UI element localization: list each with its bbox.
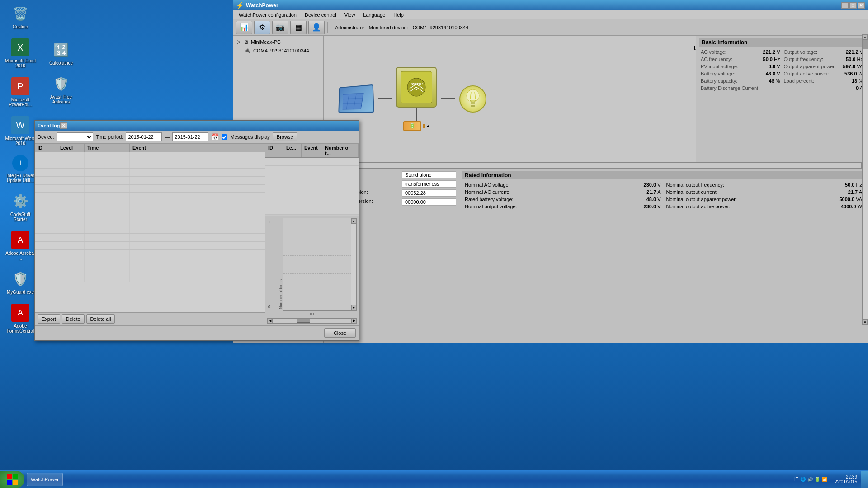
calc-label: Calcolatrice bbox=[45, 61, 77, 66]
table-row bbox=[35, 225, 265, 234]
scroll-down-btn[interactable]: ▼ bbox=[863, 319, 868, 325]
taskbar-clock: 22:39 22/01/2015 bbox=[831, 474, 861, 484]
desktop-icon-adobeforms[interactable]: A Adobe FormsCentral bbox=[5, 304, 36, 333]
toolbar-chart-btn[interactable]: 📊 bbox=[236, 21, 252, 34]
desktop-icon-intel[interactable]: i Intel(R) Driver Update Utili... bbox=[5, 155, 36, 183]
main-scrollbar-v[interactable]: ▲ ▼ bbox=[862, 36, 868, 325]
inverter-group: Inverter ● 🔋 + bbox=[396, 67, 437, 131]
date-to-input[interactable] bbox=[172, 132, 208, 141]
event-log-title: Event log bbox=[38, 123, 60, 128]
chart-y-label: Number of times bbox=[278, 218, 283, 311]
show-desktop-btn[interactable] bbox=[861, 471, 868, 488]
delete-button[interactable]: Delete bbox=[62, 314, 85, 324]
rated-nominal-out-v: Nominal output voltage:230.0 V bbox=[462, 203, 664, 210]
menu-device-control[interactable]: Device control bbox=[301, 11, 340, 19]
desktop-icon-codestuff[interactable]: ⚙️ CodeStuff Starter bbox=[5, 192, 36, 222]
sidebar-item-pc[interactable]: ▷ 🖥 MiniMeax-PC bbox=[235, 38, 321, 46]
taskbar-item-watchpower[interactable]: WatchPower bbox=[27, 473, 63, 486]
watchpower-titlebar[interactable]: ⚡ WatchPower _ □ ✕ bbox=[233, 0, 868, 10]
toolbar-photo-btn[interactable]: 📷 bbox=[272, 21, 288, 34]
minimize-button[interactable]: _ bbox=[841, 2, 849, 9]
rated-nominal-out-active: Nominal output active power:4000.0 W bbox=[664, 203, 865, 210]
th-time: Time bbox=[85, 144, 130, 152]
scroll-up-btn[interactable]: ▲ bbox=[863, 36, 868, 40]
close-dialog-button[interactable]: Close bbox=[324, 328, 356, 338]
table-row bbox=[265, 198, 359, 206]
export-button[interactable]: Export bbox=[38, 314, 60, 324]
myguard-icon: 🛡️ bbox=[11, 270, 29, 288]
chart-scroll-up[interactable]: ▲ bbox=[351, 218, 356, 224]
chart-h-thumb[interactable] bbox=[297, 319, 310, 323]
menu-view[interactable]: View bbox=[341, 11, 359, 19]
rated-info-grid: Nominal AC voltage:230.0 V Nominal outpu… bbox=[462, 181, 865, 210]
myguard-label: MyGuard.exe bbox=[5, 290, 36, 295]
info-bat-capacity: Battery capacity:46 % bbox=[699, 77, 782, 84]
ppt-label: Microsoft PowerPoi... bbox=[5, 97, 36, 107]
desktop-icon-avast[interactable]: 🛡️ Avast Free Antivirus bbox=[45, 75, 77, 104]
menu-language[interactable]: Language bbox=[359, 11, 389, 19]
chart-area: 1 0 Number of times bbox=[265, 216, 359, 325]
desktop-icon-ppt[interactable]: P Microsoft PowerPoi... bbox=[5, 77, 36, 107]
desktop-icon-cestino[interactable]: 🗑️ Cestino bbox=[5, 5, 36, 29]
intel-icon: i bbox=[12, 155, 28, 171]
desktop-icon-word[interactable]: W Microsoft Word 2010 bbox=[5, 116, 36, 146]
chart-x-label: ID bbox=[267, 311, 357, 317]
battery-group: 🔋 + bbox=[403, 121, 429, 131]
chart-scroll-left[interactable]: ◀ bbox=[267, 318, 273, 324]
event-log-close-icon[interactable]: ✕ bbox=[60, 122, 67, 129]
svg-rect-11 bbox=[471, 105, 475, 107]
menu-help[interactable]: Help bbox=[390, 11, 407, 19]
calendar-icon[interactable]: 📅 bbox=[211, 133, 219, 141]
tray-battery-icon: 🔋 bbox=[815, 477, 820, 482]
h-scrollbar[interactable] bbox=[324, 163, 861, 169]
table-row bbox=[35, 169, 265, 177]
tray-volume-icon[interactable]: 🔊 bbox=[807, 477, 813, 482]
toolbar-info: Administrator Monitored device: COM4_929… bbox=[330, 25, 473, 30]
info-load-percent: Load percent:13 % bbox=[782, 77, 865, 84]
device-select[interactable] bbox=[57, 132, 93, 141]
browse-button[interactable]: Browse bbox=[273, 132, 297, 141]
th-level: Level bbox=[57, 144, 85, 152]
delete-all-button[interactable]: Delete all bbox=[86, 314, 115, 324]
chart-scrollbar-v[interactable]: ▲ ▼ bbox=[351, 218, 356, 310]
rth-le: Le... bbox=[283, 144, 302, 157]
chart-scroll-right[interactable]: ▶ bbox=[351, 318, 357, 324]
desktop-icon-adobe[interactable]: A Adobe Acrobat ... bbox=[5, 231, 36, 261]
toolbar-grid-btn[interactable]: ▦ bbox=[290, 21, 307, 34]
model-type-value: Stand alone bbox=[402, 171, 456, 178]
left-event-table: ID Level Time Event bbox=[35, 144, 265, 325]
chart-scroll-down[interactable]: ▼ bbox=[351, 305, 356, 310]
desktop-icon-calc[interactable]: 🔢 Calcolatrice bbox=[45, 41, 77, 66]
chart-grid-3 bbox=[283, 273, 356, 274]
toolbar-config-btn[interactable]: ⚙ bbox=[254, 21, 270, 34]
sidebar-item-device[interactable]: 🔌 COM4_92931410100344 bbox=[235, 46, 321, 55]
menu-watchpower-config[interactable]: WatchPower configuration bbox=[235, 11, 300, 19]
clock-date: 22/01/2015 bbox=[835, 479, 857, 484]
info-bat-discharge: Battery Discharge Current:0 A bbox=[699, 84, 865, 92]
table-row bbox=[35, 274, 265, 282]
svg-rect-18 bbox=[13, 480, 18, 485]
inverter-icon: Inverter ● bbox=[396, 67, 437, 108]
close-button[interactable]: ✕ bbox=[858, 2, 865, 9]
scroll-thumb[interactable] bbox=[863, 40, 868, 49]
table-row bbox=[265, 174, 359, 182]
toolbar-user-btn[interactable]: 👤 bbox=[308, 21, 325, 34]
desktop-icon-myguard[interactable]: 🛡️ MyGuard.exe bbox=[5, 270, 36, 295]
menubar: WatchPower configuration Device control … bbox=[233, 10, 868, 19]
event-log-titlebar[interactable]: Event log ✕ bbox=[35, 121, 359, 131]
svg-rect-17 bbox=[7, 480, 12, 485]
left-table-header: ID Level Time Event bbox=[35, 144, 265, 152]
h-scrollbar-area: ▶ bbox=[324, 162, 868, 169]
table-row bbox=[35, 217, 265, 225]
chart-scrollbar-h[interactable]: ◀ ▶ bbox=[267, 318, 357, 324]
desktop-icon-excel[interactable]: X Microsoft Excel 2010 bbox=[5, 38, 36, 68]
info-ac-freq: AC frequency:50.0 Hz bbox=[699, 56, 782, 63]
date-from-input[interactable] bbox=[126, 132, 162, 141]
messages-display-checkbox[interactable] bbox=[222, 134, 227, 140]
y-axis-top: 1 bbox=[268, 220, 278, 224]
maximize-button[interactable]: □ bbox=[849, 2, 857, 9]
start-button[interactable] bbox=[0, 471, 24, 488]
window-controls[interactable]: _ □ ✕ bbox=[841, 2, 865, 9]
excel-label: Microsoft Excel 2010 bbox=[5, 58, 36, 68]
codestuff-label: CodeStuff Starter bbox=[5, 212, 36, 222]
